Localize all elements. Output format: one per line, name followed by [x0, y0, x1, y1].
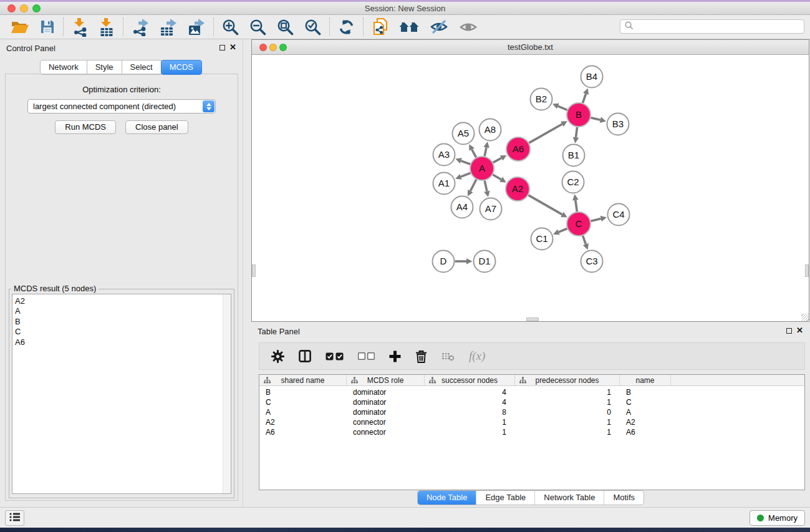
graph-node-A[interactable]: A [470, 157, 494, 180]
home-layout-button[interactable] [399, 20, 419, 34]
tab-edge-table[interactable]: Edge Table [476, 491, 534, 505]
mcds-result-item[interactable]: A2 [15, 296, 231, 306]
graph-node-B3[interactable]: B3 [607, 114, 629, 135]
graph-node-C[interactable]: C [567, 212, 591, 236]
graph-edge-C-C2[interactable] [572, 194, 579, 211]
table-row[interactable]: Adominator80A [259, 407, 804, 417]
export-network-button[interactable] [132, 18, 149, 36]
deselect-all-button[interactable] [358, 352, 375, 360]
graph-node-A3[interactable]: A3 [433, 144, 455, 166]
table-row[interactable]: A2connector11A2 [259, 417, 804, 427]
table-cell[interactable]: 4 [425, 397, 506, 407]
graph-node-A7[interactable]: A7 [480, 198, 502, 220]
table-row[interactable]: A6connector11A6 [259, 427, 804, 437]
tab-network[interactable]: Network [40, 60, 87, 75]
table-cell[interactable]: C [266, 397, 347, 407]
close-window-icon[interactable] [7, 4, 16, 12]
table-cell[interactable]: dominator [353, 397, 425, 407]
table-cell[interactable]: B [266, 387, 347, 397]
delete-column-button[interactable] [415, 350, 427, 363]
right-scroll-thumb[interactable] [805, 264, 809, 277]
graph-edge-B-B4[interactable] [583, 88, 589, 103]
optimization-criterion-select[interactable]: largest connected component (directed) [27, 99, 216, 114]
table-cell[interactable]: 1 [515, 387, 611, 397]
graph-node-B[interactable]: B [567, 103, 591, 127]
graph-edge-B-B3[interactable] [591, 117, 606, 123]
graph-edge-C-C3[interactable] [583, 236, 589, 250]
table-row[interactable]: Bdominator41B [259, 387, 804, 397]
hide-panels-button[interactable] [430, 19, 448, 34]
tab-network-table[interactable]: Network Table [534, 491, 604, 505]
close-panel-icon[interactable]: ✕ [229, 42, 236, 52]
graph-edge-C-C4[interactable] [591, 216, 607, 221]
graph-node-C2[interactable]: C2 [562, 172, 584, 193]
resize-handle[interactable] [801, 314, 809, 321]
graph-node-A2[interactable]: A2 [506, 177, 529, 201]
graph-edge-A-A2[interactable] [493, 175, 506, 182]
list-scrollbar[interactable] [223, 294, 231, 493]
table-cell[interactable]: A6 [266, 427, 347, 437]
graph-edge-A-A3[interactable] [455, 158, 470, 164]
bottom-scroll-thumb[interactable] [526, 317, 539, 321]
select-all-button[interactable] [325, 352, 344, 360]
graph-edge-A-A8[interactable] [483, 142, 489, 156]
graph-node-A4[interactable]: A4 [451, 196, 473, 218]
table-cell[interactable]: C [626, 397, 671, 407]
column-header-mcds-role[interactable]: MCDS role [347, 375, 425, 385]
table-row[interactable]: Cdominator41C [259, 397, 804, 407]
graph-edge-B-B2[interactable] [552, 104, 567, 110]
graph-node-D[interactable]: D [433, 251, 455, 273]
search-box[interactable] [620, 19, 804, 34]
column-header-predecessor-nodes[interactable]: predecessor nodes [515, 375, 620, 385]
tab-motifs[interactable]: Motifs [604, 491, 644, 505]
graph-node-D1[interactable]: D1 [474, 251, 496, 273]
zoom-selected-button[interactable] [304, 19, 321, 36]
memory-button[interactable]: Memory [750, 510, 805, 526]
graph-node-B1[interactable]: B1 [563, 145, 585, 167]
tab-node-table[interactable]: Node Table [418, 491, 476, 505]
export-image-button[interactable] [188, 18, 205, 36]
zoom-out-button[interactable] [249, 19, 266, 36]
close-table-panel-icon[interactable]: ✕ [796, 326, 803, 335]
export-table-button[interactable] [160, 18, 177, 36]
graph-edge-C-C1[interactable] [553, 229, 567, 235]
tab-style[interactable]: Style [87, 60, 122, 75]
run-mcds-button[interactable]: Run MCDS [55, 120, 116, 134]
graph-node-A1[interactable]: A1 [433, 173, 455, 195]
graph-node-B2[interactable]: B2 [531, 89, 552, 110]
network-minimize-icon[interactable] [269, 44, 277, 51]
import-table-button[interactable] [99, 17, 115, 37]
graph-edge-D-D1[interactable] [455, 258, 473, 264]
open-session-button[interactable] [11, 19, 29, 35]
network-maximize-icon[interactable] [279, 44, 287, 51]
table-cell[interactable]: connector [353, 427, 425, 437]
search-input[interactable] [636, 22, 804, 31]
zoom-fit-button[interactable] [277, 19, 294, 36]
save-session-button[interactable] [40, 19, 55, 34]
table-cell[interactable]: 4 [425, 387, 506, 397]
graph-edge-A2-C[interactable] [528, 195, 567, 218]
graph-edge-A6-B[interactable] [529, 121, 567, 143]
mcds-result-item[interactable]: A6 [15, 337, 231, 347]
network-canvas[interactable]: AA1A2A3A4A5A6A7A8BB1B2B3B4CC1C2C3C4DD1 [252, 56, 809, 321]
float-panel-icon[interactable] [219, 45, 225, 51]
table-cell[interactable]: connector [353, 417, 425, 427]
graph-node-A8[interactable]: A8 [480, 119, 501, 141]
graph-node-A5[interactable]: A5 [453, 123, 475, 145]
graph-node-A6[interactable]: A6 [506, 137, 530, 161]
table-cell[interactable]: 8 [425, 407, 506, 417]
table-cell[interactable]: 1 [515, 427, 611, 437]
table-cell[interactable]: A [266, 407, 347, 417]
network-close-icon[interactable] [259, 44, 267, 51]
graph-edge-B-B1[interactable] [573, 127, 579, 143]
table-cell[interactable]: A [626, 407, 671, 417]
float-table-panel-icon[interactable] [786, 328, 792, 334]
graph-node-B4[interactable]: B4 [581, 66, 603, 88]
table-cell[interactable]: 1 [425, 427, 506, 437]
mcds-result-item[interactable]: C [15, 327, 231, 337]
import-network-button[interactable] [72, 17, 88, 37]
table-cell[interactable]: B [626, 387, 671, 397]
graph-node-C3[interactable]: C3 [581, 251, 603, 273]
table-cell[interactable]: 1 [515, 397, 611, 407]
graph-edge-A-A6[interactable] [493, 155, 507, 163]
